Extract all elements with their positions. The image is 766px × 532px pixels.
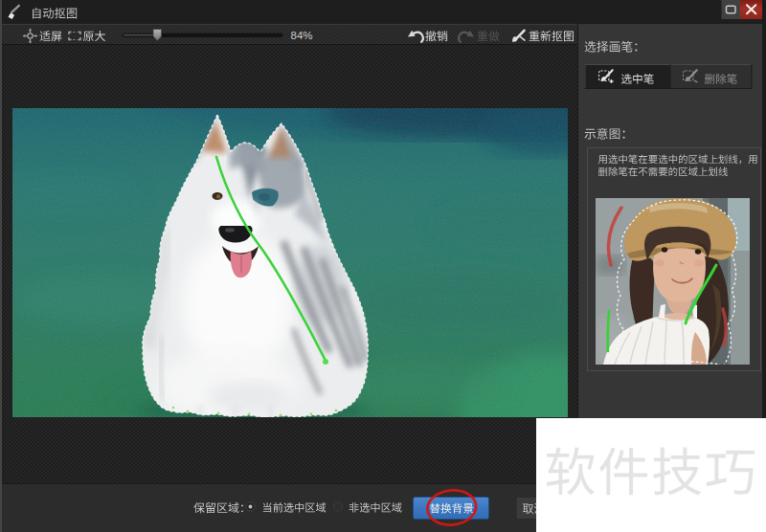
svg-text:84%: 84%	[291, 30, 313, 41]
